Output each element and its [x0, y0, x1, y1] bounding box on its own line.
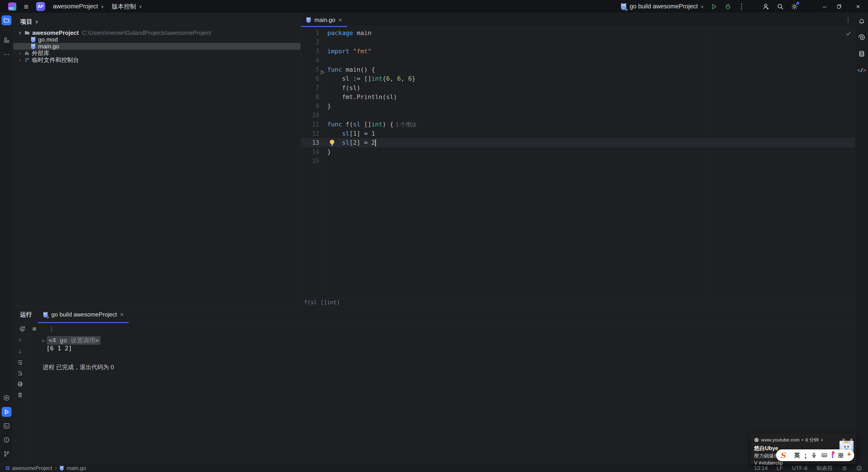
intention-bulb-icon[interactable]	[329, 140, 335, 145]
code-line[interactable]: 10	[301, 111, 855, 120]
code-line[interactable]: 4	[301, 56, 855, 65]
console-command-line[interactable]: > <4 go 设置调用>	[41, 336, 101, 345]
project-selector[interactable]: awesomeProject ∨	[53, 3, 104, 10]
debug-button[interactable]	[724, 3, 732, 10]
console-more-options-icon[interactable]: ⋮	[49, 325, 55, 333]
tree-row-project-root[interactable]: ∨ awesomeProject C:\Users\meowr\GolandPr…	[13, 29, 301, 36]
window-close-button[interactable]: ×	[853, 3, 863, 10]
line-number[interactable]: 3	[301, 48, 327, 55]
editor-more-options-icon[interactable]: ⋮	[845, 16, 851, 24]
chevron-down-icon[interactable]: ∨	[17, 30, 23, 35]
breadcrumb-file[interactable]: main.go	[67, 465, 86, 471]
tree-row-scratches[interactable]: › 临时文件和控制台	[13, 57, 301, 63]
scroll-to-end-icon[interactable]	[17, 370, 24, 377]
code-token: }	[327, 148, 331, 155]
tree-row-external-libs[interactable]: › 外部库	[13, 50, 301, 57]
main-menu-icon[interactable]: ≡	[24, 4, 29, 9]
ime-keyboard-icon[interactable]	[821, 452, 828, 459]
line-number[interactable]: 1	[301, 29, 327, 36]
line-number[interactable]: 8	[301, 94, 327, 100]
run-panel-title[interactable]: 运行	[13, 311, 38, 318]
ime-language-mode[interactable]: 英	[794, 451, 800, 459]
run-tab-close-icon[interactable]: ×	[120, 311, 124, 318]
folded-command-chip[interactable]: <4 go 设置调用>	[47, 336, 101, 345]
code-line[interactable]: 12 sl[1] = 1	[301, 129, 855, 138]
chevron-right-icon[interactable]: ›	[17, 51, 23, 56]
soft-wrap-icon[interactable]	[17, 359, 24, 366]
line-number[interactable]: 6	[301, 75, 327, 82]
line-number[interactable]: 12	[301, 130, 327, 137]
problems-tool-icon[interactable]	[2, 435, 11, 445]
code-line[interactable]: 13 sl[2] = 2	[301, 138, 855, 147]
ime-emoji-fox-icon[interactable]: ✦	[848, 452, 850, 459]
line-number[interactable]: 7	[301, 84, 327, 91]
code-area[interactable]: 1package main23import "fmt"45func main()…	[301, 27, 855, 298]
line-number[interactable]: 13	[301, 139, 327, 146]
chevron-right-icon[interactable]: ›	[17, 57, 23, 63]
ime-microphone-icon[interactable]	[811, 452, 817, 458]
code-line[interactable]: 7 f(sl)	[301, 83, 855, 92]
run-button[interactable]	[711, 3, 717, 10]
more-tool-windows-icon[interactable]: ⋯	[2, 49, 11, 59]
line-number[interactable]: 4	[301, 57, 327, 64]
status-notifications-icon[interactable]	[856, 465, 862, 471]
code-line[interactable]: 11func f(sl []int) {1 个用法	[301, 120, 855, 129]
rerun-button[interactable]	[19, 325, 26, 333]
tree-row-gomod[interactable]: go.mod	[13, 36, 301, 43]
line-number[interactable]: 15	[301, 158, 327, 164]
settings-button[interactable]	[791, 3, 798, 10]
run-configuration-selector[interactable]: go build awesomeProject ∨	[620, 3, 704, 10]
prev-occurrence-icon[interactable]	[17, 337, 24, 344]
code-line[interactable]: 2	[301, 37, 855, 47]
lock-icon[interactable]	[842, 466, 847, 471]
clear-console-icon[interactable]	[17, 391, 24, 399]
code-line[interactable]: 9}	[301, 101, 855, 111]
line-number[interactable]: 2	[301, 39, 327, 45]
line-number[interactable]: 14	[301, 149, 327, 155]
line-number[interactable]: 11	[301, 121, 327, 128]
chevron-up-icon[interactable]: ∧	[821, 438, 824, 442]
terminal-tool-icon[interactable]	[2, 421, 11, 431]
git-tool-icon[interactable]	[2, 449, 11, 459]
project-panel-header[interactable]: 项目 ∨	[13, 13, 301, 29]
tab-maingo[interactable]: main.go ×	[301, 13, 347, 27]
vcs-menu[interactable]: 版本控制 ∨	[112, 2, 142, 11]
window-minimize-button[interactable]: –	[819, 3, 830, 10]
ime-punctuation-icon[interactable]: ;	[804, 453, 807, 458]
database-icon[interactable]	[857, 49, 867, 59]
code-line[interactable]: 5func main() {	[301, 65, 855, 74]
more-actions-button[interactable]: ⋮	[738, 2, 743, 10]
code-line[interactable]: 8 fmt.Println(sl)	[301, 92, 855, 102]
services-tool-icon[interactable]	[2, 393, 11, 403]
scratches-icon	[24, 57, 30, 63]
run-tool-icon[interactable]	[2, 407, 11, 417]
ime-skin-icon[interactable]	[832, 452, 834, 458]
ime-toolbox-grid-icon[interactable]	[838, 452, 844, 458]
code-line[interactable]: 6 sl := []int{6, 6, 6}	[301, 74, 855, 84]
sogou-logo-icon[interactable]: S	[780, 451, 785, 460]
ime-toolbar[interactable]: S 英 ; ✦	[776, 449, 854, 461]
print-icon[interactable]	[17, 380, 24, 388]
code-line[interactable]: 1package main	[301, 28, 855, 37]
run-console[interactable]: > <4 go 设置调用> [6 1 2] 进程 已完成，退出代码为 0	[13, 335, 855, 464]
code-line[interactable]: 15	[301, 156, 855, 166]
breadcrumb-project[interactable]: awesomeProject	[12, 465, 52, 471]
line-number[interactable]: 10	[301, 112, 327, 119]
endpoints-code-icon[interactable]: </>	[857, 65, 867, 75]
project-badge[interactable]: AP	[36, 2, 45, 11]
notifications-bell-icon[interactable]	[857, 16, 867, 26]
code-line[interactable]: 3import "fmt"	[301, 46, 855, 56]
search-everywhere-button[interactable]	[777, 3, 784, 10]
code-line[interactable]: 14}	[301, 147, 855, 157]
ai-assistant-icon[interactable]	[857, 33, 867, 42]
tab-close-icon[interactable]: ×	[339, 17, 342, 24]
line-number[interactable]: 9	[301, 103, 327, 109]
tree-row-maingo[interactable]: main.go	[13, 43, 301, 50]
window-restore-button[interactable]	[836, 4, 846, 9]
structure-tool-icon[interactable]	[2, 35, 11, 45]
project-tool-icon[interactable]	[2, 15, 11, 25]
tree-label: awesomeProject	[32, 29, 79, 36]
next-occurrence-icon[interactable]	[17, 348, 24, 355]
code-with-me-button[interactable]	[762, 3, 770, 10]
run-tab[interactable]: go build awesomeProject ×	[38, 306, 129, 323]
